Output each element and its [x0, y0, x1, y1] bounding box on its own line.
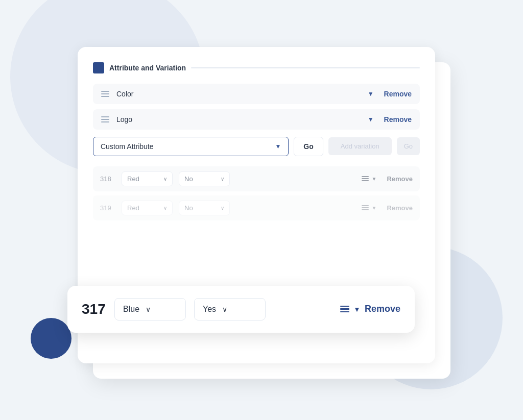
highlighted-variation-id: 317 [82, 301, 106, 317]
highlighted-color-select[interactable]: Blue ∨ [114, 298, 186, 320]
variation-stock-value-318: No [184, 175, 193, 183]
attribute-row-color: Color ▼ Remove [93, 84, 420, 104]
highlighted-chevron-icon: ▼ [353, 305, 361, 313]
highlighted-stock-value: Yes [203, 305, 216, 314]
go-button[interactable]: Go [294, 137, 323, 156]
highlighted-remove-button[interactable]: Remove [365, 304, 400, 314]
add-variation-button: Add variation [328, 137, 392, 155]
variation-remove-318[interactable]: Remove [387, 175, 413, 183]
highlighted-stock-chevron-icon: ∨ [222, 305, 227, 313]
chevron-down-icon-logo: ▼ [368, 116, 374, 123]
attribute-icon [93, 62, 104, 73]
variation-icons-318: ▼ [362, 176, 377, 182]
variation-icons-319: ▼ [362, 205, 377, 211]
custom-attribute-value: Custom Attribute [101, 142, 154, 151]
variation-rows: 318 Red ∨ No ∨ ▼ Remove 319 [93, 166, 420, 220]
drag-handle-color[interactable] [101, 91, 109, 97]
highlighted-stock-select[interactable]: Yes ∨ [194, 298, 266, 320]
variation-stock-chevron-318: ∨ [221, 176, 224, 182]
drag-handle-logo[interactable] [101, 116, 109, 122]
variation-color-value-319: Red [127, 204, 139, 212]
variation-chevron-icon-319: ▼ [372, 205, 377, 211]
chevron-down-icon-color: ▼ [368, 90, 374, 97]
variation-menu-icon-319[interactable] [362, 205, 369, 210]
variation-stock-select-318[interactable]: No ∨ [179, 171, 230, 186]
select-chevron-icon: ▼ [275, 143, 281, 150]
highlighted-row-actions: ▼ Remove [340, 304, 400, 314]
variation-color-chevron-319: ∨ [163, 205, 167, 211]
remove-color-button[interactable]: Remove [384, 90, 412, 98]
custom-attribute-select[interactable]: Custom Attribute ▼ [93, 137, 289, 156]
attribute-name-color: Color [116, 90, 368, 98]
header-divider [191, 67, 420, 68]
variation-row-318: 318 Red ∨ No ∨ ▼ Remove [93, 166, 420, 191]
variation-color-select-318[interactable]: Red ∨ [122, 171, 173, 186]
highlighted-row-card: 317 Blue ∨ Yes ∨ ▼ Remove [67, 286, 415, 333]
variation-color-value-318: Red [127, 175, 139, 183]
variation-id-318: 318 [100, 175, 115, 183]
variation-menu-icon-318[interactable] [362, 176, 369, 181]
variation-stock-chevron-319: ∨ [221, 205, 224, 211]
attribute-name-logo: Logo [116, 115, 368, 123]
remove-logo-button[interactable]: Remove [384, 115, 412, 123]
highlighted-menu-icon[interactable] [340, 306, 349, 313]
variation-chevron-icon-318: ▼ [372, 176, 377, 182]
variation-stock-select-319[interactable]: No ∨ [179, 201, 230, 215]
highlighted-color-chevron-icon: ∨ [146, 305, 151, 313]
variation-color-select-319[interactable]: Red ∨ [122, 201, 173, 215]
variation-id-319: 319 [100, 204, 115, 212]
section-title: Attribute and Variation [109, 64, 186, 72]
variation-stock-value-319: No [184, 204, 193, 212]
variation-row-319: 319 Red ∨ No ∨ ▼ Remove [93, 195, 420, 220]
highlighted-color-value: Blue [123, 305, 139, 314]
go-all-button: Go [397, 137, 420, 155]
variation-color-chevron-318: ∨ [163, 176, 167, 182]
variation-remove-319[interactable]: Remove [387, 204, 413, 212]
controls-row: Custom Attribute ▼ Go Add variation Go [93, 137, 420, 156]
scene: Attribute and Variation Color ▼ Remove L… [62, 32, 461, 389]
section-header: Attribute and Variation [93, 62, 420, 73]
attribute-row-logo: Logo ▼ Remove [93, 109, 420, 130]
